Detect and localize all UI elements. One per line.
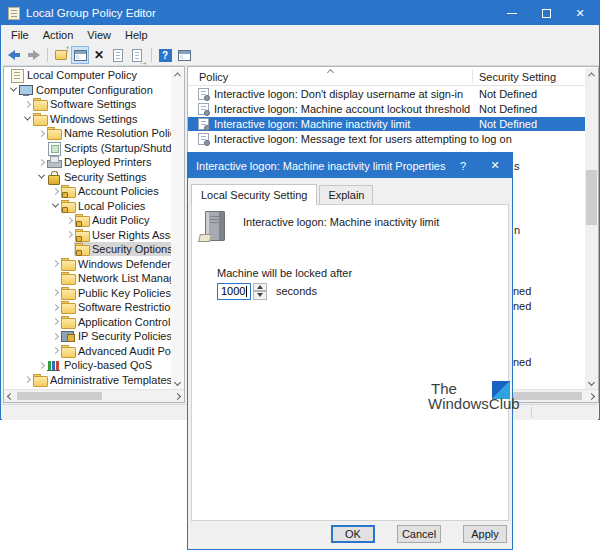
export-list-button[interactable]: → bbox=[128, 46, 146, 64]
tree-item-name-resolution-policy[interactable]: Name Resolution Policy bbox=[46, 126, 171, 140]
tree-expander-collapsed[interactable] bbox=[22, 375, 32, 385]
help-button[interactable]: ? bbox=[156, 46, 174, 64]
tree-item-security-settings[interactable]: Security Settings bbox=[46, 170, 150, 184]
policy-row-interactive-logon-don-t-display-username[interactable]: Interactive logon: Don't display usernam… bbox=[188, 87, 585, 102]
tree-expander-collapsed[interactable] bbox=[64, 230, 74, 240]
title-bar[interactable]: Local Group Policy Editor ✕ bbox=[1, 1, 599, 25]
tree-expander-expanded[interactable] bbox=[22, 114, 32, 124]
tree-expander-collapsed[interactable] bbox=[50, 346, 60, 356]
spin-up-button[interactable] bbox=[253, 283, 267, 292]
policy-name: Interactive logon: Message text for user… bbox=[214, 133, 512, 145]
maximize-button[interactable] bbox=[529, 1, 563, 25]
tree-item-security-options[interactable]: Security Options bbox=[74, 242, 171, 256]
tree-expander-collapsed[interactable] bbox=[64, 215, 74, 225]
new-window-button[interactable] bbox=[175, 46, 193, 64]
scrollbar-thumb[interactable] bbox=[586, 170, 597, 225]
scrollbar-thumb[interactable] bbox=[17, 392, 102, 400]
menu-file[interactable]: File bbox=[4, 26, 36, 44]
sort-ascending-icon bbox=[327, 69, 334, 76]
up-one-level-button[interactable]: ↑ bbox=[52, 46, 70, 64]
tree-item-account-policies[interactable]: Account Policies bbox=[60, 184, 162, 198]
cancel-button[interactable]: Cancel bbox=[397, 525, 441, 543]
dialog-help-button[interactable]: ? bbox=[448, 153, 478, 178]
tree-item-software-restriction-p[interactable]: Software Restriction P bbox=[60, 300, 171, 314]
policy-row-interactive-logon-machine-account-lockou[interactable]: Interactive logon: Machine account locko… bbox=[188, 102, 585, 117]
tree-expander-collapsed[interactable] bbox=[36, 360, 46, 370]
list-vertical-scrollbar[interactable] bbox=[585, 68, 598, 389]
scroll-down-button[interactable] bbox=[585, 376, 598, 389]
tree-item-network-list-manager[interactable]: Network List Manager bbox=[60, 271, 171, 285]
tree-item-software-settings[interactable]: Software Settings bbox=[32, 97, 139, 111]
forward-button[interactable] bbox=[24, 46, 42, 64]
tree-expander-collapsed[interactable] bbox=[50, 186, 60, 196]
tree-expander-collapsed[interactable] bbox=[50, 288, 60, 298]
tab-local-security-setting[interactable]: Local Security Setting bbox=[191, 184, 317, 205]
folder-icon bbox=[61, 258, 75, 270]
menu-action[interactable]: Action bbox=[36, 26, 81, 44]
tree-expander-expanded[interactable] bbox=[50, 201, 60, 211]
tab-explain[interactable]: Explain bbox=[319, 185, 373, 204]
tree-vertical-scrollbar[interactable] bbox=[171, 68, 184, 389]
scroll-left-button[interactable] bbox=[4, 390, 17, 403]
tree-item-audit-policy[interactable]: Audit Policy bbox=[74, 213, 152, 227]
menu-view[interactable]: View bbox=[80, 26, 118, 44]
tree-item-windows-settings[interactable]: Windows Settings bbox=[32, 112, 140, 126]
tree-item-label: Account Policies bbox=[78, 185, 159, 197]
tree-item-local-policies[interactable]: Local Policies bbox=[60, 199, 148, 213]
tree-item-public-key-policies[interactable]: Public Key Policies bbox=[60, 286, 171, 300]
tree-expander-collapsed[interactable] bbox=[22, 99, 32, 109]
tree-item-label: Windows Settings bbox=[50, 113, 137, 125]
tree-expander-collapsed[interactable] bbox=[36, 157, 46, 167]
scroll-down-button[interactable] bbox=[171, 376, 184, 389]
tree-expander-collapsed[interactable] bbox=[36, 128, 46, 138]
column-divider[interactable] bbox=[472, 69, 473, 83]
back-button[interactable] bbox=[5, 46, 23, 64]
folder-lock-icon bbox=[61, 200, 75, 212]
tree-row: Computer Configuration bbox=[4, 83, 171, 98]
menu-help[interactable]: Help bbox=[118, 26, 155, 44]
tree-item-administrative-templates[interactable]: Administrative Templates bbox=[32, 373, 171, 387]
tree-row: Software Settings bbox=[4, 97, 171, 112]
tree-expander-expanded[interactable] bbox=[36, 172, 46, 182]
chevron-down-icon bbox=[588, 379, 595, 386]
scroll-up-button[interactable] bbox=[585, 68, 598, 81]
tree-expander-collapsed[interactable] bbox=[50, 331, 60, 341]
tree-item-user-rights-assign[interactable]: User Rights Assign bbox=[74, 228, 171, 242]
tree-expander-collapsed[interactable] bbox=[50, 259, 60, 269]
policy-row-interactive-logon-message-text-for-users[interactable]: Interactive logon: Message text for user… bbox=[188, 131, 585, 146]
show-console-tree-button[interactable] bbox=[71, 46, 89, 64]
scroll-right-button[interactable] bbox=[585, 390, 598, 403]
tree-item-local-computer-policy[interactable]: Local Computer Policy bbox=[9, 68, 140, 82]
tree-expander-collapsed[interactable] bbox=[50, 302, 60, 312]
column-header-policy[interactable]: Policy bbox=[199, 71, 228, 83]
tree-expander-collapsed[interactable] bbox=[50, 317, 60, 327]
dialog-close-button[interactable]: ✕ bbox=[480, 153, 510, 178]
delete-button[interactable]: ✕ bbox=[90, 46, 108, 64]
policy-row-interactive-logon-machine-inactivity-lim[interactable]: Interactive logon: Machine inactivity li… bbox=[188, 117, 585, 132]
tree-item-advanced-audit-policy[interactable]: Advanced Audit Policy bbox=[60, 344, 171, 358]
tree-expander-placeholder bbox=[50, 273, 60, 283]
ok-button[interactable]: OK bbox=[331, 525, 375, 543]
properties-button[interactable] bbox=[109, 46, 127, 64]
minimize-button[interactable] bbox=[495, 1, 529, 25]
tree-item-windows-defender-fir[interactable]: Windows Defender Fir bbox=[60, 257, 171, 271]
column-header-security-setting[interactable]: Security Setting bbox=[479, 71, 556, 83]
tree-item-scripts-startup-shutdown[interactable]: Scripts (Startup/Shutdown) bbox=[46, 141, 171, 155]
tree-item-deployed-printers[interactable]: Deployed Printers bbox=[46, 155, 154, 169]
tree-item-policy-based-qos[interactable]: Policy-based QoS bbox=[46, 358, 155, 372]
chevron-left-icon bbox=[7, 393, 14, 400]
close-button[interactable]: ✕ bbox=[563, 1, 597, 25]
tree-item-ip-security-policies-on[interactable]: IP Security Policies on bbox=[60, 329, 171, 343]
scroll-up-button[interactable] bbox=[171, 68, 184, 81]
tree-row: Local Policies bbox=[4, 199, 171, 214]
tree-item-application-control-p[interactable]: Application Control P bbox=[60, 315, 171, 329]
tree-horizontal-scrollbar[interactable] bbox=[4, 389, 184, 402]
apply-button[interactable]: Apply bbox=[463, 525, 507, 543]
spin-down-button[interactable] bbox=[253, 291, 267, 300]
scroll-right-button[interactable] bbox=[171, 390, 184, 403]
tree-item-computer-configuration[interactable]: Computer Configuration bbox=[18, 83, 156, 97]
tree-expander-expanded[interactable] bbox=[8, 85, 18, 95]
tree-item-label: Advanced Audit Policy bbox=[78, 345, 171, 357]
seconds-input[interactable]: 1000 bbox=[217, 283, 251, 300]
clipped-text-fragment: ned bbox=[513, 356, 531, 368]
